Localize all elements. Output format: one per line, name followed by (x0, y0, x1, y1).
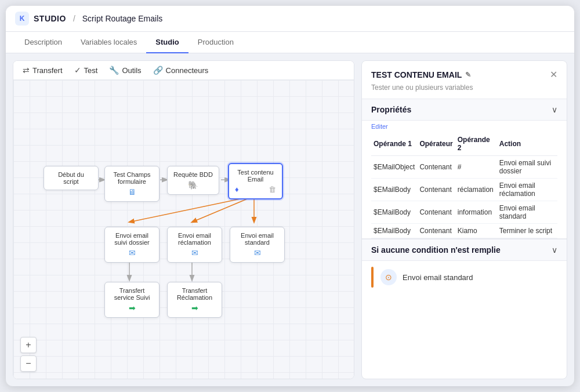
node-debut-label: Début du script (58, 171, 84, 185)
close-icon[interactable]: ✕ (550, 69, 557, 80)
col-action: Action (497, 132, 557, 156)
toolbar-outils[interactable]: 🔧 Outils (109, 66, 141, 75)
section-properties-header[interactable]: Propriétés ∨ (362, 99, 567, 121)
node-envoi-std-label: Envoi email standard (241, 232, 274, 246)
header: K STUDIO / Script Routage Emails (6, 6, 574, 32)
condition-title: Si aucune condition n'est remplie (371, 245, 501, 255)
section-properties-title: Propriétés (371, 105, 411, 114)
tab-variables[interactable]: Variables locales (71, 32, 146, 53)
node-envoi-suivi-label: Envoi email suivi dossier (114, 232, 150, 246)
canvas-area[interactable]: Début du script Test Champs formulaire 🖥… (13, 80, 354, 379)
canvas-panel: ⇄ Transfert ✓ Test 🔧 Outils 🔗 Connecteur… (13, 60, 354, 379)
envoi-reclam-icon: ✉ (173, 248, 216, 257)
tab-description[interactable]: Description (15, 32, 71, 53)
svg-line-4 (192, 196, 254, 222)
properties-table-container: Editer Opérande 1 Opérateur Opérande 2 A… (362, 121, 567, 238)
node-transfert-reclam-label: Transfert Réclamation (177, 287, 212, 301)
test-icon: ✓ (74, 66, 81, 75)
node-transfert-suivi-label: Transfert service Suivi (114, 287, 150, 301)
node-envoi-reclam-label: Envoi email réclamation (178, 232, 211, 246)
node-transfert-suivi[interactable]: Transfert service Suivi ➡ (104, 282, 160, 318)
toolbar-connecteurs-label: Connecteurs (166, 66, 209, 75)
outils-icon: 🔧 (109, 66, 119, 75)
node-champs[interactable]: Test Champs formulaire 🖥 (104, 166, 160, 202)
edit-icon[interactable]: ✎ (465, 71, 471, 79)
toolbar-transfert[interactable]: ⇄ Transfert (23, 66, 63, 75)
header-separator: / (73, 14, 75, 23)
zoom-in-button[interactable]: + (20, 337, 37, 353)
condition-result-row: ⊙ Envoi email standard (362, 261, 567, 293)
node-debut[interactable]: Début du script (44, 166, 99, 190)
bdd-icon: 🐘 (173, 180, 213, 190)
condition-section: Si aucune condition n'est remplie ∨ ⊙ En… (362, 238, 567, 293)
condition-chevron: ∨ (552, 245, 557, 255)
canvas-toolbar: ⇄ Transfert ✓ Test 🔧 Outils 🔗 Connecteur… (13, 61, 354, 80)
node-envoi-std[interactable]: Envoi email standard ✉ (230, 227, 285, 263)
condition-result-label: Envoi email standard (403, 273, 473, 282)
node-bdd[interactable]: Requête BDD 🐘 (167, 166, 219, 195)
properties-chevron: ∨ (552, 105, 557, 114)
node-champs-label: Test Champs formulaire (113, 171, 150, 185)
toolbar-connecteurs[interactable]: 🔗 Connecteurs (153, 66, 209, 75)
table-row[interactable]: $EMailObjectContenant#Envoi email suivi … (371, 156, 557, 179)
orange-bar (371, 267, 374, 288)
node-envoi-reclam[interactable]: Envoi email réclamation ✉ (167, 227, 222, 263)
app-container: K STUDIO / Script Routage Emails Descrip… (6, 6, 574, 386)
transfert-suivi-icon: ➡ (111, 303, 153, 313)
champs-icon: 🖥 (111, 187, 153, 197)
toolbar-outils-label: Outils (122, 66, 141, 75)
tab-studio[interactable]: Studio (146, 32, 188, 53)
envoi-suivi-icon: ✉ (111, 248, 153, 257)
node-envoi-suivi[interactable]: Envoi email suivi dossier ✉ (104, 227, 160, 263)
envoi-std-icon: ✉ (236, 248, 278, 257)
table-row[interactable]: $EMailBodyContenantKiamoTerminer le scri… (371, 224, 557, 238)
transfert-icon: ⇄ (23, 66, 30, 75)
toolbar-test-label: Test (84, 66, 98, 75)
zoom-out-button[interactable]: − (20, 355, 37, 372)
connecteurs-icon: 🔗 (153, 66, 163, 75)
col-operande1: Opérande 1 (371, 132, 417, 156)
studio-label: STUDIO (34, 14, 66, 23)
toolbar-transfert-label: Transfert (32, 66, 63, 75)
condition-icon: ⊙ (380, 269, 397, 285)
testemail-icon1: ♦ (235, 185, 239, 194)
props-title: TEST CONTENU EMAIL ✎ (371, 70, 471, 79)
transfert-reclam-icon: ➡ (173, 303, 216, 313)
props-subtitle: Tester une ou plusieurs variables (362, 84, 567, 99)
condition-section-header[interactable]: Si aucune condition n'est remplie ∨ (362, 239, 567, 261)
testemail-icon2: 🗑 (269, 185, 276, 194)
logo-icon: K (15, 12, 29, 26)
properties-table: Opérande 1 Opérateur Opérande 2 Action $… (371, 132, 557, 238)
node-testemail-label: Test contenu Email (237, 169, 273, 183)
edit-link[interactable]: Editer (371, 121, 557, 132)
tab-production[interactable]: Production (188, 32, 243, 53)
tabs-bar: Description Variables locales Studio Pro… (6, 32, 574, 53)
zoom-controls: + − (20, 337, 37, 372)
node-transfert-reclam[interactable]: Transfert Réclamation ➡ (167, 282, 222, 318)
col-operande2: Opérande 2 (455, 132, 497, 156)
properties-panel: TEST CONTENU EMAIL ✎ ✕ Tester une ou plu… (361, 60, 567, 379)
toolbar-test[interactable]: ✓ Test (74, 66, 98, 75)
props-header: TEST CONTENU EMAIL ✎ ✕ (362, 61, 567, 84)
main-content: ⇄ Transfert ✓ Test 🔧 Outils 🔗 Connecteur… (6, 53, 574, 386)
table-row[interactable]: $EMailBodyContenantinformationEnvoi emai… (371, 201, 557, 224)
page-title: Script Routage Emails (82, 14, 163, 23)
table-row[interactable]: $EMailBodyContenantréclamationEnvoi emai… (371, 179, 557, 201)
props-title-text: TEST CONTENU EMAIL (371, 70, 462, 79)
node-bdd-label: Requête BDD (173, 171, 213, 178)
col-operateur: Opérateur (417, 132, 455, 156)
node-testemail[interactable]: Test contenu Email ♦ 🗑 (228, 163, 283, 199)
